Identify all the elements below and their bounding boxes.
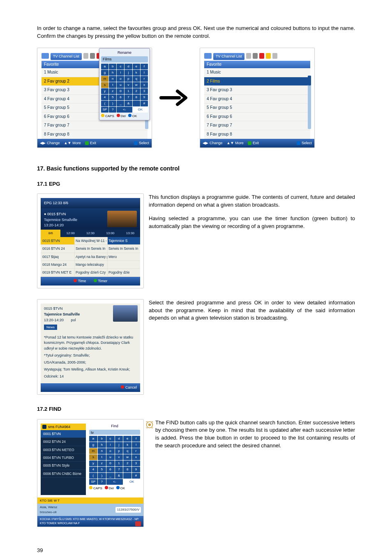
key[interactable]: ) — [98, 473, 106, 479]
epg-channel-cell[interactable]: 0015 $TVN — [41, 237, 74, 244]
fav-item[interactable]: 1 Music — [204, 68, 310, 77]
key[interactable]: e — [133, 64, 140, 69]
fav-item[interactable]: 6 Fav group 6 — [204, 113, 310, 122]
key[interactable]: f — [141, 64, 148, 69]
key[interactable]: t — [98, 454, 106, 460]
key[interactable]: 1 — [125, 88, 132, 94]
key[interactable]: k — [123, 442, 131, 448]
key[interactable]: v — [115, 454, 123, 460]
key[interactable]: c — [117, 64, 124, 69]
find-result-item[interactable]: 0004 $TVN TURBO — [41, 454, 86, 462]
key[interactable]: o — [106, 448, 115, 454]
key[interactable]: g — [89, 442, 97, 448]
fav-item[interactable]: 7 Fav group 7 — [204, 121, 310, 130]
key[interactable]: # — [132, 473, 140, 479]
key[interactable] — [133, 101, 140, 106]
fav-item[interactable]: 7 Fav group 7 — [42, 121, 148, 130]
key[interactable]: v — [125, 82, 132, 88]
key[interactable]: i — [117, 70, 124, 76]
key[interactable]: z — [109, 88, 116, 94]
key[interactable]: a — [101, 64, 108, 69]
key[interactable]: w — [133, 82, 140, 88]
epg-cell[interactable]: Mango telezakupy — [74, 261, 107, 268]
key[interactable]: 5 — [109, 94, 116, 100]
epg-cell[interactable]: Na Wspólnej W-11 - Wydz — [74, 237, 107, 244]
key[interactable]: n — [109, 76, 116, 82]
key[interactable]: 3 — [141, 88, 148, 94]
key[interactable]: SP — [101, 107, 108, 113]
key[interactable]: <- — [106, 479, 123, 485]
key[interactable]: j — [125, 70, 132, 76]
key[interactable]: OK — [123, 479, 140, 485]
key[interactable]: ( — [101, 101, 108, 106]
key[interactable]: 8 — [133, 94, 140, 100]
key[interactable]: & — [115, 473, 123, 479]
key[interactable]: q — [133, 76, 140, 82]
epg-channel-cell[interactable]: 0017 $Ijaq — [41, 253, 74, 260]
key[interactable]: m — [101, 76, 108, 82]
key[interactable]: # — [141, 101, 148, 106]
key[interactable]: OK — [133, 107, 148, 113]
key[interactable]: 0 — [117, 88, 124, 94]
key[interactable]: <- — [117, 107, 132, 113]
key[interactable]: f — [132, 436, 140, 442]
key[interactable]: 9 — [132, 467, 140, 472]
key[interactable]: r — [141, 76, 148, 82]
key[interactable]: y — [101, 88, 108, 94]
key[interactable]: x — [132, 454, 140, 460]
find-input[interactable]: tv — [89, 430, 140, 435]
key[interactable]: u — [117, 82, 124, 88]
epg-cell[interactable] — [107, 261, 140, 268]
key[interactable]: 2 — [133, 88, 140, 94]
scrollbar[interactable] — [308, 76, 311, 129]
key[interactable]: l — [141, 70, 148, 76]
fav-item[interactable]: 8 Fav group 8 — [204, 130, 310, 139]
key[interactable]: b — [109, 64, 116, 69]
key[interactable]: k — [133, 70, 140, 76]
key[interactable]: 6 — [106, 467, 115, 472]
key[interactable]: e — [123, 436, 131, 442]
key[interactable]: & — [125, 101, 132, 106]
epg-cell[interactable]: Wero — [107, 253, 140, 260]
epg-channel-cell[interactable]: 0018 Mango 24 — [41, 261, 74, 268]
key[interactable]: 0 — [106, 461, 115, 466]
key[interactable]: u — [106, 454, 115, 460]
key[interactable]: _ — [106, 473, 115, 479]
key[interactable]: h — [109, 70, 116, 76]
key[interactable]: p — [115, 448, 123, 454]
key[interactable] — [123, 473, 131, 479]
key[interactable]: p — [125, 76, 132, 82]
epg-grid[interactable]: 0015 $TVNNa Wspólnej W-11 - WydzTajemnic… — [41, 237, 140, 277]
find-result-item[interactable]: 0006 $TVN CNBC Bizne — [41, 470, 86, 478]
epg-cell[interactable]: Apetyt na ka Barwy grzechu — [74, 253, 107, 260]
epg-cell[interactable]: Serwis In Serwis In — [107, 245, 140, 252]
rename-input[interactable]: Films — [101, 56, 148, 62]
find-result-item[interactable]: 0002 $TVN 24 — [41, 438, 86, 446]
key[interactable]: 6 — [117, 94, 124, 100]
find-result-list[interactable]: 0001 $TVN0002 $TVN 240003 $TVN METEO0004… — [41, 430, 86, 478]
key[interactable]: w — [123, 454, 131, 460]
key[interactable]: m — [89, 448, 97, 454]
fav-item[interactable]: 5 Fav group 5 — [204, 104, 310, 113]
key[interactable]: x — [141, 82, 148, 88]
onscreen-keyboard[interactable]: abcdefghijklmnopqrstuvwxyz0123456789()_&… — [89, 436, 140, 485]
key[interactable]: 3 — [132, 461, 140, 466]
key[interactable]: 8 — [123, 467, 131, 472]
key[interactable]: d — [125, 64, 132, 69]
key[interactable]: 2 — [123, 461, 131, 466]
epg-channel-cell[interactable]: 0019 $TVN MET E — [41, 269, 74, 276]
cancel-label[interactable]: Cancel — [125, 385, 137, 389]
fav-item[interactable]: 4 Fav group 4 — [204, 95, 310, 104]
key[interactable]: t — [109, 82, 116, 88]
key[interactable]: s — [101, 82, 108, 88]
key[interactable]: 7 — [115, 467, 123, 472]
fav-item[interactable]: 3 Fav group 3 — [204, 86, 310, 95]
find-result-item[interactable]: 0005 $TVN Style — [41, 462, 86, 470]
find-result-item[interactable]: 0003 $TVN METEO — [41, 446, 86, 454]
key[interactable]: 9 — [141, 94, 148, 100]
key[interactable]: a — [89, 436, 97, 442]
key[interactable]: 4 — [101, 94, 108, 100]
key[interactable]: SP — [89, 479, 97, 485]
fav-item[interactable]: 8 Fav group 8 — [42, 130, 148, 139]
key[interactable]: d — [115, 436, 123, 442]
